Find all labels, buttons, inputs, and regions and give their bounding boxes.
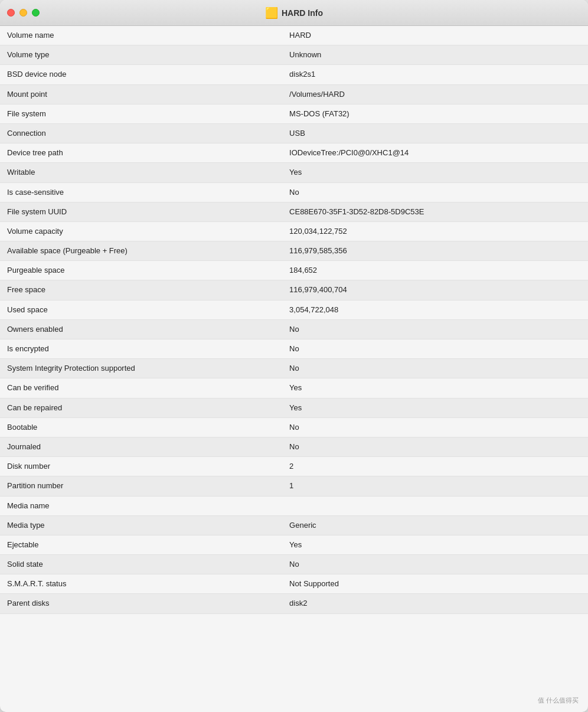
row-label: Journaled (0, 437, 282, 456)
row-label: Media name (0, 496, 282, 515)
row-value: MS-DOS (FAT32) (282, 104, 588, 123)
row-label: Ejectable (0, 535, 282, 554)
table-row: Parent disksdisk2 (0, 594, 588, 613)
info-table: Volume nameHARDVolume typeUnknownBSD dev… (0, 26, 588, 614)
row-value: Yes (282, 378, 588, 398)
row-value: /Volumes/HARD (282, 84, 588, 104)
row-value: IODeviceTree:/PCI0@0/XHC1@14 (282, 143, 588, 163)
row-value: No (282, 339, 588, 359)
row-label: Volume capacity (0, 221, 282, 241)
table-row: Free space116,979,400,704 (0, 280, 588, 300)
table-row: Is case-sensitiveNo (0, 182, 588, 202)
row-label: Parent disks (0, 594, 282, 613)
minimize-button[interactable] (19, 9, 27, 17)
table-row: Partition number1 (0, 476, 588, 496)
row-label: Bootable (0, 417, 282, 437)
table-row: Owners enabledNo (0, 319, 588, 339)
row-label: System Integrity Protection supported (0, 359, 282, 378)
table-row: Can be verifiedYes (0, 378, 588, 398)
row-label: Disk number (0, 457, 282, 476)
titlebar: 🟨 HARD Info (0, 0, 588, 26)
row-label: Can be verified (0, 378, 282, 398)
row-value: 3,054,722,048 (282, 300, 588, 319)
row-value: No (282, 437, 588, 456)
row-label: BSD device node (0, 65, 282, 84)
window-icon: 🟨 (265, 6, 278, 19)
table-row: Media name (0, 496, 588, 515)
table-row: Device tree pathIODeviceTree:/PCI0@0/XHC… (0, 143, 588, 163)
row-label: Can be repaired (0, 398, 282, 417)
row-value: 120,034,122,752 (282, 221, 588, 241)
row-label: Connection (0, 123, 282, 143)
row-value: No (282, 359, 588, 378)
table-row: File system UUIDCE88E670-35F1-3D52-82D8-… (0, 202, 588, 221)
row-value: No (282, 555, 588, 574)
table-row: JournaledNo (0, 437, 588, 456)
table-row: File systemMS-DOS (FAT32) (0, 104, 588, 123)
table-row: Used space3,054,722,048 (0, 300, 588, 319)
row-value: Generic (282, 515, 588, 535)
table-row: Volume nameHARD (0, 26, 588, 45)
row-value: 2 (282, 457, 588, 476)
row-value: 1 (282, 476, 588, 496)
row-label: Free space (0, 280, 282, 300)
row-value: Yes (282, 163, 588, 182)
row-value: HARD (282, 26, 588, 45)
window-title: HARD Info (282, 8, 323, 18)
row-value: Yes (282, 535, 588, 554)
row-label: Volume type (0, 45, 282, 65)
table-row: WritableYes (0, 163, 588, 182)
table-row: Is encryptedNo (0, 339, 588, 359)
row-label: Solid state (0, 555, 282, 574)
row-value: Yes (282, 398, 588, 417)
table-row: EjectableYes (0, 535, 588, 554)
close-button[interactable] (7, 9, 15, 17)
row-label: File system UUID (0, 202, 282, 221)
row-value: CE88E670-35F1-3D52-82D8-5D9C53E (282, 202, 588, 221)
table-row: Volume typeUnknown (0, 45, 588, 65)
row-label: Purgeable space (0, 261, 282, 280)
row-label: File system (0, 104, 282, 123)
row-label: Writable (0, 163, 282, 182)
traffic-lights (7, 9, 40, 17)
table-row: ConnectionUSB (0, 123, 588, 143)
table-row: Purgeable space184,652 (0, 261, 588, 280)
row-label: Owners enabled (0, 319, 282, 339)
row-value: Unknown (282, 45, 588, 65)
row-label: Media type (0, 515, 282, 535)
content-area: Volume nameHARDVolume typeUnknownBSD dev… (0, 26, 588, 712)
row-label: Mount point (0, 84, 282, 104)
row-label: Device tree path (0, 143, 282, 163)
row-label: Is case-sensitive (0, 182, 282, 202)
row-value (282, 496, 588, 515)
maximize-button[interactable] (32, 9, 40, 17)
table-row: BootableNo (0, 417, 588, 437)
table-row: Volume capacity120,034,122,752 (0, 221, 588, 241)
row-value: No (282, 319, 588, 339)
table-row: Disk number2 (0, 457, 588, 476)
table-row: BSD device nodedisk2s1 (0, 65, 588, 84)
row-value: 116,979,585,356 (282, 241, 588, 261)
row-label: Volume name (0, 26, 282, 45)
row-label: Used space (0, 300, 282, 319)
table-row: S.M.A.R.T. statusNot Supported (0, 574, 588, 594)
titlebar-center: 🟨 HARD Info (265, 6, 323, 19)
table-row: Can be repairedYes (0, 398, 588, 417)
row-label: S.M.A.R.T. status (0, 574, 282, 594)
row-value: No (282, 182, 588, 202)
table-row: System Integrity Protection supportedNo (0, 359, 588, 378)
row-label: Is encrypted (0, 339, 282, 359)
row-value: 116,979,400,704 (282, 280, 588, 300)
row-value: disk2s1 (282, 65, 588, 84)
row-label: Available space (Purgeable + Free) (0, 241, 282, 261)
row-value: USB (282, 123, 588, 143)
row-value: No (282, 417, 588, 437)
row-value: disk2 (282, 594, 588, 613)
row-label: Partition number (0, 476, 282, 496)
table-row: Mount point/Volumes/HARD (0, 84, 588, 104)
row-value: 184,652 (282, 261, 588, 280)
window: 🟨 HARD Info Volume nameHARDVolume typeUn… (0, 0, 588, 712)
table-row: Available space (Purgeable + Free)116,97… (0, 241, 588, 261)
table-row: Solid stateNo (0, 555, 588, 574)
row-value: Not Supported (282, 574, 588, 594)
